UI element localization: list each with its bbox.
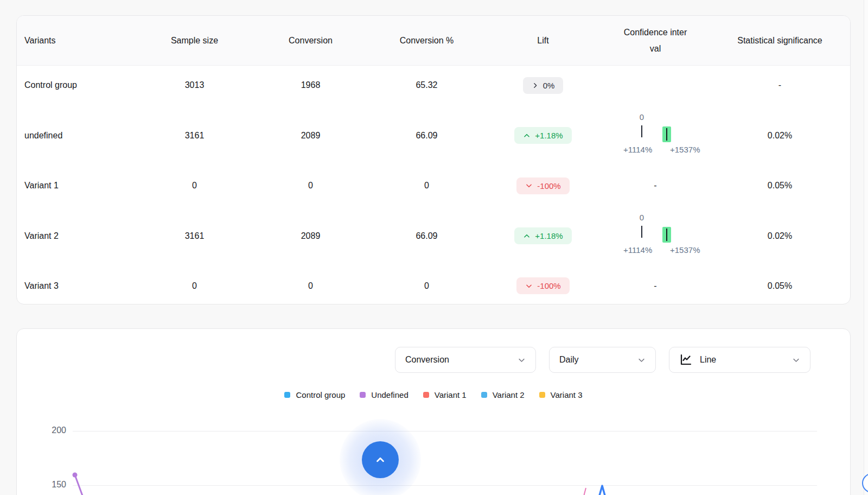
significance-value: - [710,80,850,90]
col-header-lift: Lift [485,36,601,46]
sample-size-value: 3013 [136,80,253,90]
confidence-interval-viz: 0 +1114% +1537% [609,214,701,258]
sample-size-value: 0 [136,281,253,291]
variant-name: Control group [17,80,136,90]
y-axis-tick-150: 150 [40,480,66,490]
chevron-down-icon [525,282,533,290]
significance-value: 0.05% [710,181,850,191]
conversion-value: 0 [253,281,368,291]
conversion-pct-value: 0 [368,281,485,291]
y-axis-tick-200: 200 [40,426,66,435]
table-row-undefined: undefined 3161 2089 66.09 +1.18% 0 +1114… [17,105,850,166]
variant-series-segment [583,488,586,495]
lift-badge[interactable]: 0% [523,77,564,94]
col-header-statistical-significance: Statistical significance [710,33,850,49]
legend-label: Variant 1 [435,390,467,399]
col-header-variants: Variants [17,36,136,46]
ci-zero-label: 0 [637,213,646,222]
lift-badge[interactable]: +1.18% [514,127,571,144]
chevron-up-icon [374,454,386,466]
legend-item-control-group[interactable]: Control group [284,390,345,399]
legend-item-variant-2[interactable]: Variant 2 [481,390,525,399]
chart-type-dropdown-value: Line [700,355,786,365]
chevron-up-icon [523,232,531,240]
chevron-right-icon [532,82,539,89]
ci-range-box [662,227,671,243]
legend-swatch-variant-3 [539,392,545,398]
ci-high-label: +1537% [670,145,700,154]
legend-label: Control group [296,390,345,399]
ci-zero-tick [641,226,642,238]
line-chart-icon [679,353,692,366]
table-row-control-group: Control group 3013 1968 65.32 0% - [17,66,850,105]
conversion-pct-value: 0 [368,181,485,191]
chevron-down-icon [518,356,526,364]
confidence-interval-viz: 0 +1114% +1537% [609,114,701,157]
significance-value: 0.05% [710,281,850,291]
table-row-variant-2: Variant 2 3161 2089 66.09 +1.18% 0 +1114… [17,205,850,266]
chevron-down-icon [525,182,533,189]
legend-item-variant-3[interactable]: Variant 3 [539,390,583,399]
ci-range-box [662,126,671,142]
lift-value: -100% [537,181,560,191]
col-header-sample-size: Sample size [136,36,253,46]
sample-size-value: 3161 [136,131,253,141]
legend-swatch-variant-1 [423,392,429,398]
ci-low-label: +1114% [623,245,652,255]
granularity-dropdown[interactable]: Daily [549,347,656,373]
col-header-confidence-interval: Confidence interval [601,24,710,57]
legend-swatch-control-group [284,392,290,398]
chevron-up-icon [523,132,531,139]
chevron-down-icon [637,356,646,364]
legend-label: Undefined [371,390,408,399]
sample-size-value: 0 [136,181,253,191]
variant-name: Variant 3 [17,281,136,291]
lift-value: +1.18% [535,231,563,240]
lift-value: -100% [537,281,560,290]
chevron-down-icon [792,356,800,364]
legend-item-variant-1[interactable]: Variant 1 [423,390,467,399]
ci-low-label: +1114% [623,145,652,154]
table-row-variant-1: Variant 1 0 0 0 -100% - 0.05% [17,166,850,205]
sample-size-value: 3161 [136,231,253,241]
variant-name: undefined [17,131,136,141]
conversion-pct-value: 65.32 [368,80,485,90]
significance-value: 0.02% [710,231,850,241]
legend-label: Variant 2 [493,390,525,399]
scroll-top-button[interactable] [362,441,399,478]
scrollbar-track[interactable] [864,0,868,495]
lift-badge[interactable]: +1.18% [514,227,571,244]
conversion-pct-value: 66.09 [368,131,485,141]
ci-zero-tick [641,125,642,137]
gridline-200 [73,431,817,431]
edge-floating-button[interactable] [862,473,868,493]
chart-legend: Control group Undefined Variant 1 Varian… [17,390,850,399]
confidence-interval-cell: - [601,281,710,291]
significance-value: 0.02% [710,131,850,141]
chart-type-dropdown[interactable]: Line [669,347,810,373]
table-row-variant-3: Variant 3 0 0 0 -100% - 0.05% [17,266,850,304]
lift-value: 0% [543,81,555,90]
table-header-row: Variants Sample size Conversion Conversi… [17,16,850,66]
lift-value: +1.18% [535,131,563,140]
lift-badge[interactable]: -100% [516,277,569,294]
control-group-series-spike [598,486,606,495]
legend-swatch-undefined [360,392,366,398]
results-table-card: Variants Sample size Conversion Conversi… [16,15,851,304]
granularity-dropdown-value: Daily [559,355,631,365]
variant-name: Variant 2 [17,231,136,241]
gridline-150 [73,485,817,486]
metric-dropdown-value: Conversion [405,355,511,365]
conversion-pct-value: 66.09 [368,231,485,241]
legend-label: Variant 3 [551,390,583,399]
undefined-series-point [73,473,78,478]
legend-swatch-variant-2 [481,392,487,398]
confidence-interval-cell: 0 +1114% +1537% [601,114,710,157]
conversion-value: 0 [253,181,368,191]
legend-item-undefined[interactable]: Undefined [360,390,408,399]
conversion-value: 1968 [253,80,368,90]
conversion-value: 2089 [253,131,368,141]
confidence-interval-cell: - [601,181,710,191]
lift-badge[interactable]: -100% [516,177,569,194]
metric-dropdown[interactable]: Conversion [395,347,536,373]
